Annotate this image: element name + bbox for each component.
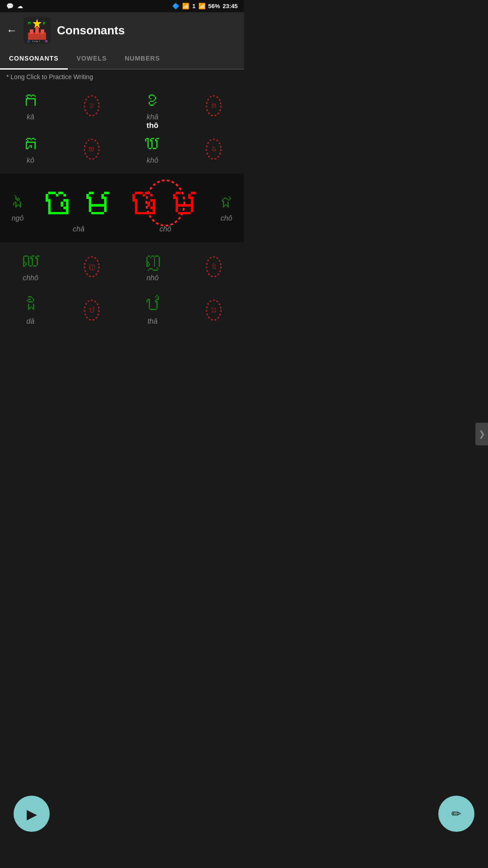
svg-text:ញ: ញ (88, 262, 96, 271)
consonant-dot-5[interactable]: ញ (61, 245, 122, 288)
popup-tho: thô (146, 121, 158, 130)
consonant-kho[interactable]: ឃ khô thô (122, 127, 183, 171)
dotted-oval-6: ដ (204, 254, 224, 279)
consonant-da[interactable]: ដ dâ (0, 288, 61, 332)
consonant-cho[interactable]: ជ chô (209, 174, 244, 242)
khmer-char-da: ដ (20, 295, 41, 315)
roman-cha: châ (73, 225, 84, 233)
svg-text:ខ: ខ (87, 101, 96, 110)
consonant-tha[interactable]: ឋ thâ (122, 288, 183, 332)
svg-text:គ: គ (210, 101, 218, 110)
svg-rect-5 (41, 29, 44, 34)
khmer-char-ngo: ង (9, 193, 27, 212)
status-bar: 💬 ☁ 🔷 📶 1 📶 56% 23:45 (0, 0, 244, 12)
header: ← ខ្មែរ ក ខ ប គ Consonants (0, 12, 244, 48)
tabs-bar: CONSONANTS VOWELS NUMBERS (0, 48, 244, 70)
bluetooth-icon: 🔷 (172, 3, 179, 9)
roman-da: dâ (27, 317, 35, 326)
status-left-icons: 💬 ☁ (6, 3, 23, 9)
time-display: 23:45 (223, 3, 238, 9)
roman-ka: kâ (27, 113, 34, 121)
roman-tha: thâ (147, 317, 157, 326)
dotted-oval-2: គ (204, 93, 224, 118)
svg-text:ង: ង (209, 145, 218, 154)
roman-cho: chô (221, 214, 232, 222)
whatsapp-icon: 💬 (6, 3, 14, 9)
svg-text:ឃ: ឃ (88, 145, 96, 154)
svg-text:ក: ក (27, 21, 31, 26)
svg-rect-4 (35, 27, 39, 34)
consonant-dot-2[interactable]: គ (183, 84, 244, 127)
consonant-dot-3[interactable]: ឃ (61, 127, 122, 171)
cloud-icon: ☁ (17, 3, 23, 9)
consonant-nho[interactable]: ញ nhô (122, 245, 183, 288)
svg-text:ខ: ខ (42, 21, 46, 26)
signal-icon: 📶 (198, 3, 206, 9)
khmer-char-ko: គ (21, 134, 41, 154)
roman-nho: nhô (146, 274, 159, 282)
battery-text: 56% (208, 3, 220, 9)
svg-text:ឌ: ឌ (210, 306, 218, 315)
khmer-char-nho: ញ (143, 251, 163, 271)
roman-ngo: ngô (12, 214, 24, 222)
app-logo: ខ្មែរ ក ខ ប គ (23, 17, 51, 44)
svg-text:ខ្មែរ: ខ្មែរ (33, 40, 41, 42)
consonants-row-1b: គ kô ឃ ឃ khô thô ង (0, 127, 244, 171)
svg-text:គ: គ (44, 39, 48, 44)
consonant-cha-big[interactable]: ចម châ (35, 174, 122, 242)
svg-rect-3 (30, 29, 33, 34)
dotted-oval-3: ឃ (82, 137, 102, 162)
khmer-char-chho: ឈ (21, 251, 41, 271)
hint-text: * Long Click to Practice Writing (0, 70, 244, 84)
khmer-char-kho: ឃ (143, 134, 163, 154)
roman-ko: kô (27, 156, 34, 165)
consonant-cho-big[interactable]: ចម chô (122, 174, 209, 242)
consonant-dot-7[interactable]: ឋ (61, 288, 122, 332)
consonants-row-1: ក kâ ខ ខ khâ គ (0, 84, 244, 127)
status-right-icons: 🔷 📶 1 📶 56% 23:45 (172, 3, 238, 9)
svg-text:ឋ: ឋ (88, 306, 96, 315)
wifi-icon: 📶 (182, 3, 189, 9)
khmer-char-ka: ក (21, 90, 41, 110)
dotted-oval-4: ង (204, 137, 224, 162)
dotted-oval-8: ឌ (204, 297, 224, 323)
back-button[interactable]: ← (6, 24, 17, 37)
roman-cho-big: chô (160, 225, 171, 233)
consonant-ko[interactable]: គ kô (0, 127, 61, 171)
consonant-dot-6[interactable]: ដ (183, 245, 244, 288)
sim-icon: 1 (192, 3, 195, 9)
page-title: Consonants (57, 24, 125, 38)
tab-consonants[interactable]: CONSONANTS (0, 48, 68, 70)
tab-vowels[interactable]: VOWELS (68, 48, 116, 69)
consonants-row-bottom-1: ឈ chhô ញ ញ nhô ដ (0, 245, 244, 288)
big-highlight-row: ង ngô ចម châ ចម chô ជ chô (0, 174, 244, 242)
consonant-dot-1[interactable]: ខ (61, 84, 122, 127)
consonant-ngo[interactable]: ង ngô (0, 174, 35, 242)
dotted-oval-1: ខ (82, 93, 102, 118)
khmer-char-cha-big: ចម (38, 183, 119, 223)
dotted-oval-7: ឋ (82, 297, 102, 323)
tab-numbers[interactable]: NUMBERS (116, 48, 169, 69)
svg-text:ប: ប (26, 39, 30, 44)
khmer-char-cho-big: ចម (125, 183, 206, 223)
consonant-dot-8[interactable]: ឌ (183, 288, 244, 332)
dotted-oval-5: ញ (82, 254, 102, 279)
roman-chho: chhô (23, 274, 38, 282)
consonant-chho[interactable]: ឈ chhô (0, 245, 61, 288)
khmer-char-kha: ខ (142, 90, 163, 110)
consonants-row-bottom-2: ដ dâ ឋ ឋ thâ ឌ (0, 288, 244, 332)
roman-kha: khâ (147, 113, 159, 121)
khmer-char-cho: ជ (217, 193, 235, 212)
consonant-dot-4[interactable]: ង (183, 127, 244, 171)
roman-kho: khô (147, 156, 159, 165)
consonant-ka[interactable]: ក kâ (0, 84, 61, 127)
khmer-char-tha: ឋ (143, 295, 163, 315)
svg-text:ដ: ដ (209, 262, 218, 271)
